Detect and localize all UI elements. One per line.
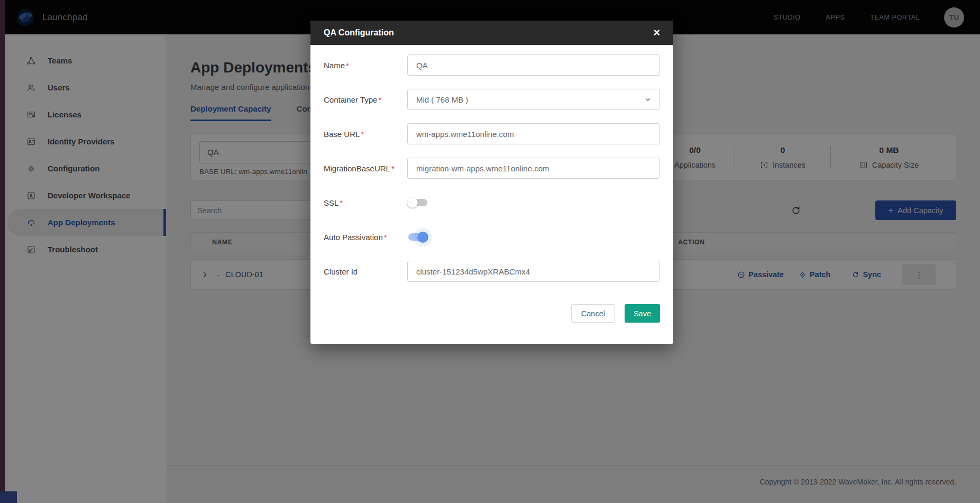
- container-type-value: Mid ( 768 MB ): [416, 95, 468, 104]
- name-field-label: Name*: [324, 61, 407, 70]
- required-asterisk: *: [346, 61, 349, 70]
- name-field[interactable]: [407, 54, 660, 76]
- chevron-down-icon: [644, 95, 652, 104]
- ssl-field-label: SSL*: [324, 198, 407, 207]
- container-type-select[interactable]: Mid ( 768 MB ): [407, 89, 660, 110]
- auto-passivation-toggle[interactable]: [408, 233, 427, 241]
- app-screen: Launchpad STUDIO APPS TEAM PORTAL TU Tea…: [0, 0, 980, 503]
- field-row-cluster-id: Cluster Id: [324, 261, 660, 282]
- modal-title: QA Configuration: [324, 28, 394, 38]
- desktop-edge-strip: [0, 0, 5, 503]
- ssl-toggle[interactable]: [408, 199, 427, 206]
- field-row-ssl: SSL*: [324, 192, 660, 213]
- desktop-corner-block: [0, 491, 17, 503]
- cancel-button[interactable]: Cancel: [571, 304, 615, 323]
- base-url-field-label: Base URL*: [324, 130, 407, 139]
- field-row-base-url: Base URL*: [324, 123, 660, 144]
- auto-passivation-field-label: Auto Passivation*: [324, 233, 407, 242]
- ssl-toggle-knob: [407, 197, 418, 208]
- qa-configuration-modal: QA Configuration × Name* Container Type*…: [310, 21, 673, 344]
- save-button[interactable]: Save: [625, 304, 660, 323]
- required-asterisk: *: [391, 164, 395, 173]
- modal-button-row: Cancel Save: [324, 304, 660, 344]
- base-url-field[interactable]: [407, 123, 660, 144]
- modal-body: Name* Container Type* Mid ( 768 MB ) Bas…: [310, 45, 673, 344]
- migration-base-url-field[interactable]: [407, 158, 660, 179]
- field-row-container-type: Container Type* Mid ( 768 MB ): [324, 89, 660, 110]
- migration-base-url-field-label: MigrationBaseURL*: [324, 164, 407, 173]
- cluster-id-field-label: Cluster Id: [324, 267, 407, 276]
- required-asterisk: *: [384, 233, 387, 242]
- field-row-name: Name*: [324, 54, 660, 76]
- container-type-field-label: Container Type*: [324, 95, 407, 104]
- required-asterisk: *: [378, 95, 381, 104]
- close-icon[interactable]: ×: [653, 27, 660, 39]
- required-asterisk: *: [340, 198, 343, 207]
- field-row-migration-base-url: MigrationBaseURL*: [324, 158, 660, 179]
- cluster-id-field[interactable]: [407, 261, 660, 282]
- modal-header: QA Configuration ×: [310, 21, 673, 45]
- auto-passivation-toggle-knob: [417, 232, 428, 243]
- required-asterisk: *: [361, 130, 364, 139]
- field-row-auto-passivation: Auto Passivation*: [324, 226, 660, 248]
